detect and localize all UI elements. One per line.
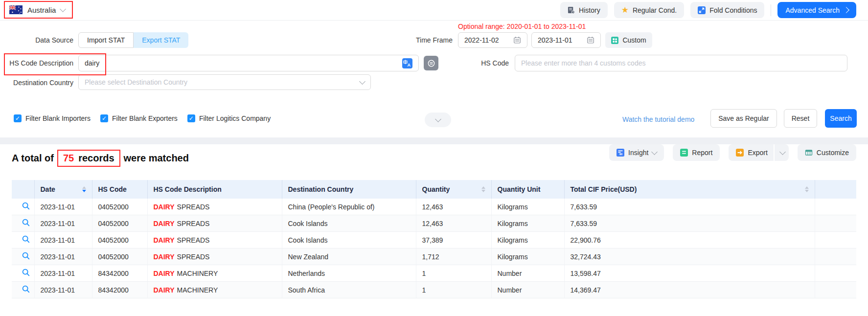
header-hs-code: HS Code — [92, 180, 147, 199]
cell-quantity: 1,712 — [416, 248, 491, 265]
import-stat-option[interactable]: Import STAT — [78, 32, 134, 48]
cell-empty — [815, 215, 856, 232]
export-button[interactable]: Export — [729, 144, 788, 161]
sort-icon[interactable] — [82, 186, 86, 192]
row-detail-button[interactable] — [12, 199, 34, 215]
sort-icon[interactable] — [481, 186, 485, 192]
history-label: History — [579, 6, 600, 14]
hs-code-input[interactable] — [515, 55, 847, 71]
header-quantity[interactable]: Quantity — [416, 180, 491, 199]
advanced-search-label: Advanced Search — [785, 6, 840, 14]
australia-flag-icon — [9, 5, 23, 14]
chevron-down-icon — [651, 149, 658, 155]
records-word: records — [78, 153, 114, 164]
filter-blank-importers-checkbox[interactable]: ✓ Filter Blank Importers — [14, 114, 91, 122]
header-total-cif[interactable]: Total CIF Price(USD) — [564, 180, 815, 199]
filter-blank-exporters-checkbox[interactable]: ✓ Filter Blank Exporters — [100, 114, 178, 122]
cell-empty — [815, 282, 856, 298]
cell-empty — [815, 248, 856, 265]
collapse-conditions-button[interactable] — [425, 113, 451, 127]
row-detail-button[interactable] — [12, 215, 34, 232]
cell-quantity-unit: Kilograms — [491, 199, 564, 215]
results-summary: A total of 75 records were matched — [12, 150, 189, 167]
table-body: 2023-11-01 04052000 DAIRYSPREADS China (… — [12, 199, 856, 298]
fold-conditions-button[interactable]: Fold Conditions — [690, 2, 764, 18]
date-start-input[interactable]: 2022-11-02 — [458, 32, 527, 48]
cell-hs-desc: DAIRYMACHINERY — [147, 265, 282, 282]
fold-conditions-label: Fold Conditions — [709, 6, 757, 14]
cell-total-cif: 7,633.59 — [564, 199, 815, 215]
translate-icon[interactable]: A — [402, 58, 412, 68]
magnifier-icon — [22, 251, 30, 260]
cell-total-cif: 14,369.47 — [564, 282, 815, 298]
insight-button[interactable]: BI Insight — [609, 144, 664, 161]
hs-desc-input[interactable]: dairy A — [78, 55, 419, 71]
regular-cond-label: Regular Cond. — [633, 6, 677, 14]
date-end-input[interactable]: 2023-11-01 — [531, 32, 601, 48]
custom-icon — [611, 37, 618, 44]
annotation-box-count: 75 records — [57, 150, 120, 167]
table-row: 2023-11-01 04052000 DAIRYSPREADS China (… — [12, 199, 856, 215]
country-name: Australia — [27, 6, 56, 14]
row-detail-button[interactable] — [12, 248, 34, 265]
row-detail-button[interactable] — [12, 265, 34, 282]
cell-quantity-unit: Kilograms — [491, 215, 564, 232]
history-icon — [568, 6, 575, 14]
checkbox-checked-icon: ✓ — [187, 114, 195, 122]
advanced-search-button[interactable]: Advanced Search — [777, 2, 856, 18]
country-selector[interactable]: Australia — [4, 1, 73, 19]
customize-icon — [805, 149, 813, 157]
table-row: 2023-11-01 04052000 DAIRYSPREADS New Zea… — [12, 248, 856, 265]
filter-logistics-company-checkbox[interactable]: ✓ Filter Logitics Company — [187, 114, 271, 122]
reset-button[interactable]: Reset — [784, 109, 817, 128]
cell-quantity-unit: Number — [491, 282, 564, 298]
cell-destination: China (People's Republic of) — [282, 199, 416, 215]
sort-icon[interactable] — [805, 186, 809, 192]
cell-destination: Cook Islands — [282, 232, 416, 248]
row-detail-button[interactable] — [12, 282, 34, 298]
cell-total-cif: 32,724.43 — [564, 248, 815, 265]
header-date[interactable]: Date — [34, 180, 92, 199]
trade-data-app: Australia History ★ Regular Cond. — [0, 0, 868, 316]
history-button[interactable]: History — [560, 2, 608, 18]
report-icon — [680, 149, 688, 157]
header-quantity-unit: Quantity Unit — [491, 180, 564, 199]
filter-blank-importers-label: Filter Blank Importers — [25, 114, 91, 122]
chevron-down-icon[interactable] — [779, 149, 786, 155]
regular-cond-button[interactable]: ★ Regular Cond. — [614, 2, 685, 18]
destination-label: Destination Country — [0, 79, 73, 87]
date-start-value: 2022-11-02 — [464, 36, 499, 44]
divider — [771, 4, 771, 16]
cell-empty — [815, 232, 856, 248]
results-actions: BI Insight Report Export — [609, 144, 856, 161]
cell-destination: Cook Islands — [282, 215, 416, 232]
export-label: Export — [748, 149, 767, 157]
custom-range-button[interactable]: Custom — [605, 32, 652, 48]
tutorial-demo-link[interactable]: Watch the tutorial demo — [622, 115, 694, 123]
star-icon: ★ — [621, 6, 629, 14]
export-stat-option[interactable]: Export STAT — [134, 32, 188, 48]
magnifier-icon — [22, 235, 30, 244]
save-as-regular-button[interactable]: Save as Regular — [710, 109, 777, 128]
cell-date: 2023-11-01 — [34, 265, 92, 282]
report-button[interactable]: Report — [673, 144, 720, 161]
customize-button[interactable]: Customize — [798, 144, 856, 161]
destination-placeholder: Please select Destination Country — [85, 78, 187, 86]
summary-suffix: were matched — [124, 153, 189, 164]
row-detail-button[interactable] — [12, 232, 34, 248]
destination-select[interactable]: Please select Destination Country — [78, 74, 371, 90]
header-hs-desc: HS Code Description — [147, 180, 282, 199]
table-header-row: Date HS Code HS Code Description Destina… — [12, 180, 856, 199]
topbar: Australia History ★ Regular Cond. — [0, 0, 868, 21]
chevron-down-icon — [60, 6, 66, 12]
header-empty-column — [815, 180, 856, 199]
filter-blank-exporters-label: Filter Blank Exporters — [112, 114, 178, 122]
checkbox-checked-icon: ✓ — [14, 114, 22, 122]
divider — [774, 144, 775, 161]
cell-date: 2023-11-01 — [34, 215, 92, 232]
results-table: Date HS Code HS Code Description Destina… — [12, 180, 856, 298]
cell-hs-code: 04052000 — [92, 199, 147, 215]
search-button[interactable]: Search — [825, 109, 857, 128]
cell-hs-code: 04052000 — [92, 232, 147, 248]
cell-hs-code: 84342000 — [92, 282, 147, 298]
